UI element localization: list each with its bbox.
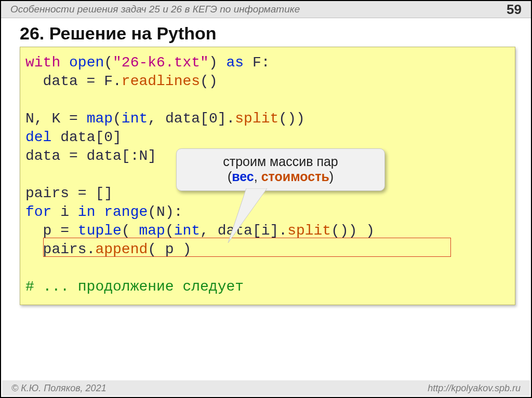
callout-word-cost: стоимость xyxy=(261,169,329,184)
fn-readlines: readlines xyxy=(122,73,200,89)
callout-line1: строим массив пар xyxy=(223,154,338,169)
page-number: 59 xyxy=(507,2,522,18)
fn-map: map xyxy=(87,111,113,127)
slide-heading: 26. Решение на Python xyxy=(1,18,531,47)
keyword-del: del xyxy=(25,129,51,145)
string-filename: "26-k6.txt" xyxy=(113,54,209,71)
footer-url: http://kpolyakov.spb.ru xyxy=(428,383,521,394)
keyword-with: with xyxy=(25,54,60,71)
footer-author: © К.Ю. Поляков, 2021 xyxy=(11,383,428,394)
code-box: with open("26-k6.txt") as F: data = F.re… xyxy=(20,47,515,305)
fn-append: append xyxy=(95,241,148,257)
callout-box: строим массив пар (вес, стоимость) xyxy=(176,148,385,191)
fn-split: split xyxy=(235,111,278,127)
keyword-for: for xyxy=(25,204,51,220)
fn-open: open xyxy=(69,54,104,71)
fn-int: int xyxy=(122,111,148,127)
keyword-as: as xyxy=(227,54,244,71)
slide: Особенности решения задач 25 и 26 в КЕГЭ… xyxy=(0,0,532,398)
code-comment: # ... продолжение следует xyxy=(25,279,244,295)
footer-bar: © К.Ю. Поляков, 2021 http://kpolyakov.sp… xyxy=(2,380,530,396)
document-title: Особенности решения задач 25 и 26 в КЕГЭ… xyxy=(10,4,507,15)
callout-word-weight: вес xyxy=(232,169,254,184)
fn-tuple: tuple xyxy=(78,223,122,239)
fn-range: range xyxy=(104,204,148,220)
top-bar: Особенности решения задач 25 и 26 в КЕГЭ… xyxy=(1,1,531,18)
keyword-in: in xyxy=(78,204,96,220)
